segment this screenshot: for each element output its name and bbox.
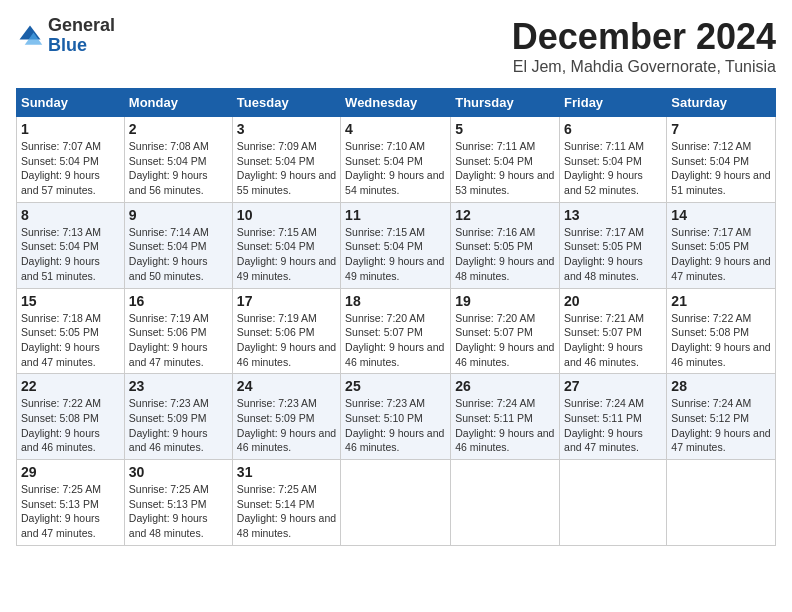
day-detail: Sunrise: 7:25 AMSunset: 5:14 PMDaylight:… — [237, 482, 336, 541]
week-row-3: 15Sunrise: 7:18 AMSunset: 5:05 PMDayligh… — [17, 288, 776, 374]
day-number: 3 — [237, 121, 336, 137]
day-detail: Sunrise: 7:23 AMSunset: 5:09 PMDaylight:… — [237, 396, 336, 455]
week-row-4: 22Sunrise: 7:22 AMSunset: 5:08 PMDayligh… — [17, 374, 776, 460]
day-cell — [560, 460, 667, 546]
header-cell-thursday: Thursday — [451, 89, 560, 117]
day-detail: Sunrise: 7:11 AMSunset: 5:04 PMDaylight:… — [564, 139, 662, 198]
logo-text: General Blue — [48, 16, 115, 56]
day-detail: Sunrise: 7:22 AMSunset: 5:08 PMDaylight:… — [671, 311, 771, 370]
day-detail: Sunrise: 7:11 AMSunset: 5:04 PMDaylight:… — [455, 139, 555, 198]
day-cell: 3Sunrise: 7:09 AMSunset: 5:04 PMDaylight… — [232, 117, 340, 203]
header-cell-sunday: Sunday — [17, 89, 125, 117]
calendar-title: December 2024 — [512, 16, 776, 58]
week-row-1: 1Sunrise: 7:07 AMSunset: 5:04 PMDaylight… — [17, 117, 776, 203]
calendar-container: General Blue December 2024 El Jem, Mahdi… — [16, 16, 776, 546]
week-row-5: 29Sunrise: 7:25 AMSunset: 5:13 PMDayligh… — [17, 460, 776, 546]
day-number: 15 — [21, 293, 120, 309]
day-number: 17 — [237, 293, 336, 309]
day-detail: Sunrise: 7:15 AMSunset: 5:04 PMDaylight:… — [237, 225, 336, 284]
calendar-subtitle: El Jem, Mahdia Governorate, Tunisia — [512, 58, 776, 76]
day-cell: 19Sunrise: 7:20 AMSunset: 5:07 PMDayligh… — [451, 288, 560, 374]
day-number: 8 — [21, 207, 120, 223]
day-cell: 12Sunrise: 7:16 AMSunset: 5:05 PMDayligh… — [451, 202, 560, 288]
day-number: 27 — [564, 378, 662, 394]
day-detail: Sunrise: 7:19 AMSunset: 5:06 PMDaylight:… — [129, 311, 228, 370]
day-cell: 28Sunrise: 7:24 AMSunset: 5:12 PMDayligh… — [667, 374, 776, 460]
day-detail: Sunrise: 7:23 AMSunset: 5:09 PMDaylight:… — [129, 396, 228, 455]
day-number: 4 — [345, 121, 446, 137]
day-cell: 2Sunrise: 7:08 AMSunset: 5:04 PMDaylight… — [124, 117, 232, 203]
day-number: 2 — [129, 121, 228, 137]
day-number: 22 — [21, 378, 120, 394]
day-detail: Sunrise: 7:16 AMSunset: 5:05 PMDaylight:… — [455, 225, 555, 284]
day-number: 13 — [564, 207, 662, 223]
day-detail: Sunrise: 7:20 AMSunset: 5:07 PMDaylight:… — [455, 311, 555, 370]
day-cell: 17Sunrise: 7:19 AMSunset: 5:06 PMDayligh… — [232, 288, 340, 374]
day-number: 23 — [129, 378, 228, 394]
day-number: 29 — [21, 464, 120, 480]
day-number: 20 — [564, 293, 662, 309]
day-cell: 26Sunrise: 7:24 AMSunset: 5:11 PMDayligh… — [451, 374, 560, 460]
day-number: 10 — [237, 207, 336, 223]
day-cell: 15Sunrise: 7:18 AMSunset: 5:05 PMDayligh… — [17, 288, 125, 374]
day-cell: 5Sunrise: 7:11 AMSunset: 5:04 PMDaylight… — [451, 117, 560, 203]
title-block: December 2024 El Jem, Mahdia Governorate… — [512, 16, 776, 84]
day-cell: 6Sunrise: 7:11 AMSunset: 5:04 PMDaylight… — [560, 117, 667, 203]
day-number: 24 — [237, 378, 336, 394]
day-number: 7 — [671, 121, 771, 137]
day-number: 12 — [455, 207, 555, 223]
day-cell: 10Sunrise: 7:15 AMSunset: 5:04 PMDayligh… — [232, 202, 340, 288]
day-number: 30 — [129, 464, 228, 480]
day-detail: Sunrise: 7:10 AMSunset: 5:04 PMDaylight:… — [345, 139, 446, 198]
logo-icon — [16, 22, 44, 50]
week-row-2: 8Sunrise: 7:13 AMSunset: 5:04 PMDaylight… — [17, 202, 776, 288]
day-number: 31 — [237, 464, 336, 480]
day-detail: Sunrise: 7:20 AMSunset: 5:07 PMDaylight:… — [345, 311, 446, 370]
header-cell-tuesday: Tuesday — [232, 89, 340, 117]
day-detail: Sunrise: 7:25 AMSunset: 5:13 PMDaylight:… — [21, 482, 120, 541]
day-cell: 7Sunrise: 7:12 AMSunset: 5:04 PMDaylight… — [667, 117, 776, 203]
day-cell: 18Sunrise: 7:20 AMSunset: 5:07 PMDayligh… — [341, 288, 451, 374]
day-cell: 11Sunrise: 7:15 AMSunset: 5:04 PMDayligh… — [341, 202, 451, 288]
logo: General Blue — [16, 16, 115, 56]
day-cell: 30Sunrise: 7:25 AMSunset: 5:13 PMDayligh… — [124, 460, 232, 546]
day-cell: 13Sunrise: 7:17 AMSunset: 5:05 PMDayligh… — [560, 202, 667, 288]
day-number: 1 — [21, 121, 120, 137]
day-cell: 25Sunrise: 7:23 AMSunset: 5:10 PMDayligh… — [341, 374, 451, 460]
day-number: 9 — [129, 207, 228, 223]
header-cell-friday: Friday — [560, 89, 667, 117]
header-cell-saturday: Saturday — [667, 89, 776, 117]
day-number: 18 — [345, 293, 446, 309]
day-cell: 27Sunrise: 7:24 AMSunset: 5:11 PMDayligh… — [560, 374, 667, 460]
day-cell: 16Sunrise: 7:19 AMSunset: 5:06 PMDayligh… — [124, 288, 232, 374]
day-cell — [451, 460, 560, 546]
day-detail: Sunrise: 7:13 AMSunset: 5:04 PMDaylight:… — [21, 225, 120, 284]
day-cell: 29Sunrise: 7:25 AMSunset: 5:13 PMDayligh… — [17, 460, 125, 546]
day-number: 6 — [564, 121, 662, 137]
day-cell: 8Sunrise: 7:13 AMSunset: 5:04 PMDaylight… — [17, 202, 125, 288]
day-detail: Sunrise: 7:24 AMSunset: 5:12 PMDaylight:… — [671, 396, 771, 455]
day-detail: Sunrise: 7:21 AMSunset: 5:07 PMDaylight:… — [564, 311, 662, 370]
day-number: 19 — [455, 293, 555, 309]
day-detail: Sunrise: 7:19 AMSunset: 5:06 PMDaylight:… — [237, 311, 336, 370]
day-cell: 24Sunrise: 7:23 AMSunset: 5:09 PMDayligh… — [232, 374, 340, 460]
day-detail: Sunrise: 7:17 AMSunset: 5:05 PMDaylight:… — [671, 225, 771, 284]
header-cell-wednesday: Wednesday — [341, 89, 451, 117]
day-detail: Sunrise: 7:24 AMSunset: 5:11 PMDaylight:… — [455, 396, 555, 455]
day-cell — [667, 460, 776, 546]
day-detail: Sunrise: 7:14 AMSunset: 5:04 PMDaylight:… — [129, 225, 228, 284]
day-number: 16 — [129, 293, 228, 309]
day-number: 25 — [345, 378, 446, 394]
day-detail: Sunrise: 7:15 AMSunset: 5:04 PMDaylight:… — [345, 225, 446, 284]
day-detail: Sunrise: 7:23 AMSunset: 5:10 PMDaylight:… — [345, 396, 446, 455]
day-number: 11 — [345, 207, 446, 223]
day-detail: Sunrise: 7:22 AMSunset: 5:08 PMDaylight:… — [21, 396, 120, 455]
day-detail: Sunrise: 7:07 AMSunset: 5:04 PMDaylight:… — [21, 139, 120, 198]
header: General Blue December 2024 El Jem, Mahdi… — [16, 16, 776, 84]
day-number: 14 — [671, 207, 771, 223]
day-detail: Sunrise: 7:08 AMSunset: 5:04 PMDaylight:… — [129, 139, 228, 198]
day-detail: Sunrise: 7:09 AMSunset: 5:04 PMDaylight:… — [237, 139, 336, 198]
day-cell: 4Sunrise: 7:10 AMSunset: 5:04 PMDaylight… — [341, 117, 451, 203]
day-detail: Sunrise: 7:18 AMSunset: 5:05 PMDaylight:… — [21, 311, 120, 370]
calendar-table: SundayMondayTuesdayWednesdayThursdayFrid… — [16, 88, 776, 546]
